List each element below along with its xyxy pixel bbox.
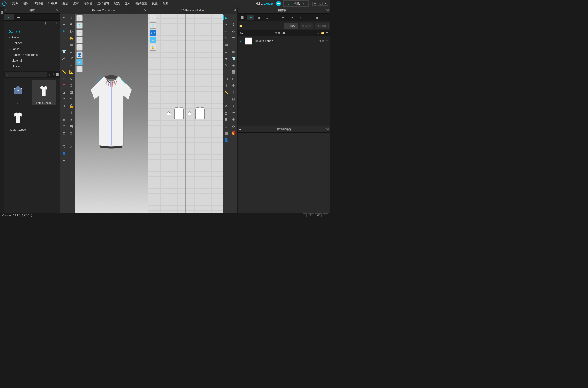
2d-view-info[interactable]: ⓘ [150, 30, 156, 36]
tool-3d-trim[interactable]: ◈ [61, 117, 67, 122]
tree-fabric[interactable]: ▸Fabric [7, 46, 57, 52]
menu-editor[interactable]: 编辑器 [81, 1, 95, 6]
tool-3d-pocket[interactable]: ⬚ [61, 123, 67, 129]
thumb-male-tshirt[interactable]: Male_...zpac [6, 107, 30, 132]
cloud-button[interactable] [276, 1, 281, 6]
tool-3d-move[interactable]: ✚ [61, 28, 67, 34]
tool-2d-select[interactable]: ◣ [223, 15, 229, 20]
2d-view-lock[interactable]: 🔒 [150, 44, 156, 50]
apply-button[interactable]: ⊕应用 [315, 23, 329, 29]
2d-view-eye[interactable]: 👁 [150, 15, 156, 21]
tool-2d-grain[interactable]: ↕ [223, 96, 229, 102]
tool-3d-symmetry[interactable]: ⧗ [61, 130, 67, 136]
tool-2d-b11[interactable]: ⊛ [230, 83, 236, 88]
fabric-grid-icon[interactable]: ⊡ [326, 39, 328, 43]
tool-3d-b16[interactable]: ◈ [68, 117, 74, 122]
3d-view-avatar[interactable]: 👤 [76, 51, 83, 58]
tool-2d-internal[interactable]: ⊡ [223, 48, 229, 54]
tool-3d-fold[interactable]: ◢ [61, 89, 67, 95]
tool-3d-tape[interactable]: 📏 [61, 69, 67, 75]
tool-3d-pin[interactable]: 📍 [61, 83, 67, 88]
tree-hanger[interactable]: Hanger [7, 40, 57, 46]
tree-material[interactable]: ▸Material [7, 58, 57, 64]
object-window-popout-icon[interactable]: ⇲ [326, 9, 329, 12]
3d-view-cube[interactable]: ◧ [76, 15, 83, 21]
tool-2d-b4[interactable]: 〰 [230, 35, 236, 41]
tool-3d-arrange[interactable]: ⊞ [61, 137, 67, 143]
obj-tab-list[interactable]: ☰ [239, 15, 246, 20]
library-search-input[interactable] [9, 73, 46, 76]
viewport-3d[interactable]: ◧ 👕 〰 👁 🖌 👤 ▰ ▥ [75, 14, 148, 213]
3d-view-garment[interactable]: 👕 [76, 22, 83, 29]
3d-garment-model[interactable] [83, 73, 139, 154]
tool-2d-point[interactable]: ⊹ [223, 28, 229, 34]
tool-2d-notch[interactable]: ⊥ [223, 69, 229, 75]
status-blank[interactable] [303, 213, 307, 217]
status-3d[interactable]: 3D [307, 213, 314, 217]
add-button[interactable]: ＋增加 [284, 23, 298, 29]
tool-2d-seam-allowance[interactable]: ◫ [223, 76, 229, 82]
tool-2d-b10[interactable]: ▦ [230, 76, 236, 82]
library-add-icon[interactable]: ＋ [49, 22, 52, 26]
tree-avatar[interactable]: ▸Avatar [7, 34, 57, 40]
menu-sewing[interactable]: 缝纫 [60, 1, 71, 6]
pattern-sleeve-right[interactable] [186, 111, 193, 116]
library-import-icon[interactable]: ⇩ [44, 22, 47, 26]
menu-3d-garment[interactable]: 3D服装 [31, 1, 46, 6]
obj-tab-topstitch[interactable]: 〰 [288, 15, 295, 20]
library-tab-favorite[interactable]: ★ [4, 14, 14, 20]
username[interactable]: axuezy [264, 2, 274, 5]
tool-3d-b7[interactable]: 🖍 [68, 55, 74, 61]
menu-help[interactable]: 帮助 [160, 1, 171, 6]
tool-3d-mesh[interactable]: ▦ [61, 42, 67, 48]
obj-tab-trim[interactable]: ✕ [296, 15, 304, 20]
viewport-3d-popout-icon[interactable]: ⇲ [144, 9, 146, 12]
tool-3d-b3[interactable]: ◐ [68, 28, 74, 34]
tool-2d-b7[interactable]: 👕 [230, 55, 236, 61]
menu-render[interactable]: 渲染 [111, 1, 122, 6]
pattern-front[interactable] [174, 106, 184, 120]
library-popin-icon[interactable]: ⇱ [5, 9, 8, 12]
tool-2d-b3[interactable]: ◐ [230, 28, 236, 34]
tool-2d-b1[interactable]: ⫽ [230, 15, 236, 20]
obj-tab-more-a[interactable]: ▮ [313, 15, 321, 20]
library-more-icon[interactable]: ⋮ [55, 22, 58, 26]
tool-2d-measure[interactable]: 📏 [223, 89, 229, 95]
fabric-plus-icon[interactable]: ⊞ [319, 39, 321, 43]
tool-2d-b17[interactable]: ⊹ [230, 123, 236, 129]
tool-2d-b12[interactable]: ⫴ [230, 89, 236, 95]
status-2d[interactable]: 2D [315, 213, 322, 217]
menu-edit[interactable]: 编辑 [20, 1, 31, 6]
tool-3d-button[interactable]: ⊙ [61, 96, 67, 102]
folder-icon[interactable]: 📁 [239, 24, 243, 28]
search-dropdown-icon[interactable]: ⌕▾ [48, 73, 52, 76]
tool-2d-curve[interactable]: ∿ [223, 35, 229, 41]
tool-3d-b2[interactable]: ⊕ [68, 21, 74, 27]
list-view-icon[interactable]: ☰ [56, 73, 59, 76]
tool-3d-zipper-a[interactable]: ⫼ [61, 103, 67, 109]
3d-view-brush[interactable]: 🖌 [76, 44, 83, 50]
menu-avatar[interactable]: 虚拟模特 [95, 1, 111, 6]
fabric-item-default[interactable]: ✓ Default Fabric ⊞ ⚑ ⊡ [238, 36, 330, 46]
window-close[interactable]: ✕ [323, 2, 328, 6]
tool-2d-b5[interactable]: ⌂ [230, 42, 236, 48]
fabric-flag-icon[interactable]: ⚑ [322, 39, 325, 43]
3d-view-seam[interactable]: 〰 [76, 30, 83, 36]
thumb-parent-folder[interactable]: .. [6, 80, 30, 105]
tool-3d-b14[interactable]: 🔒 [68, 103, 74, 109]
2d-view-garment[interactable]: 👕 [150, 22, 156, 29]
obj-tab-texture[interactable]: ▦ [255, 15, 262, 20]
group-add-icon[interactable]: ＋ [317, 31, 320, 35]
tool-2d-b15[interactable]: 〜 [230, 110, 236, 116]
group-grid-icon[interactable]: ⊞ [326, 32, 328, 35]
tool-3d-chevron[interactable]: ▸ [61, 15, 67, 20]
tool-2d-arrange[interactable]: ▦ [223, 130, 229, 136]
app-logo[interactable] [2, 1, 7, 6]
obj-tab-fabric[interactable]: ▰ [247, 15, 254, 20]
3d-view-eye[interactable]: 👁 [76, 37, 83, 43]
tool-2d-symmetry[interactable]: ⧗ [223, 123, 229, 129]
tool-3d-b6[interactable]: ⊡ [68, 48, 74, 54]
tool-2d-b16[interactable]: ⊕ [230, 117, 236, 122]
tool-3d-select-arrow[interactable]: ➤ [61, 21, 67, 27]
pencil-icon[interactable]: ✎▾ [240, 32, 243, 35]
